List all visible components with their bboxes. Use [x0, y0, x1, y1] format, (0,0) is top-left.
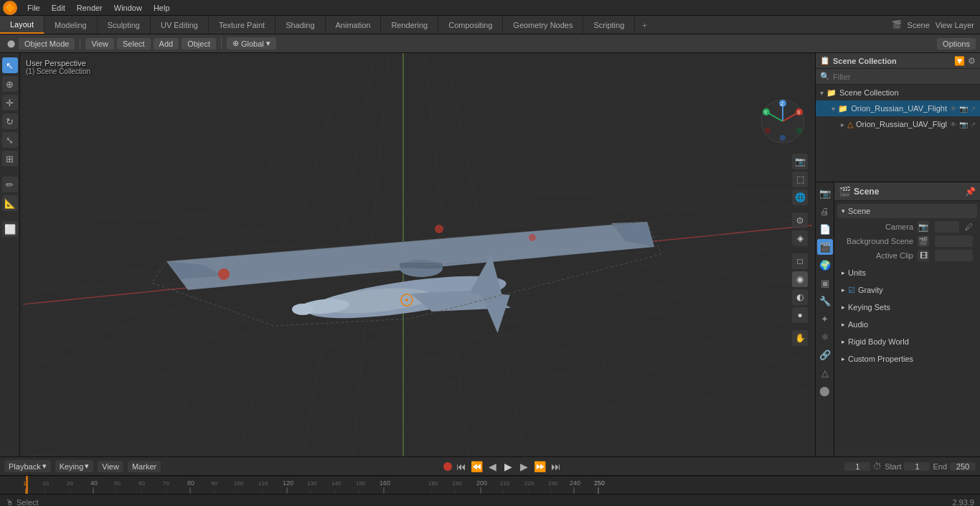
camera-view-button[interactable]: 📷: [792, 154, 808, 169]
tab-sculpting[interactable]: Sculpting: [98, 16, 151, 34]
add-cube-button[interactable]: ⬜: [2, 221, 18, 237]
outliner-filter-icon[interactable]: 🔽: [954, 56, 965, 66]
outliner-item-scene[interactable]: ▾ 📁 Scene Collection: [816, 85, 980, 100]
timeline-ruler[interactable]: 40 80 120 160 200 240 250 10 20: [0, 475, 980, 494]
world-props-button[interactable]: 🌍: [817, 257, 833, 273]
tab-geometry-nodes[interactable]: Geometry Nodes: [503, 16, 583, 34]
constraints-props-button[interactable]: 🔗: [817, 347, 833, 362]
mesh-select-icon[interactable]: ↗: [970, 121, 976, 128]
tab-scripting[interactable]: Scripting: [583, 16, 635, 34]
active-clip-value[interactable]: [935, 250, 973, 261]
menu-render[interactable]: Render: [71, 2, 108, 14]
object-props-button[interactable]: ▣: [817, 275, 833, 291]
output-props-button[interactable]: 🖨: [817, 203, 833, 219]
custom-props-header[interactable]: ▸ Custom Properties: [837, 352, 977, 366]
scene-pin-icon[interactable]: 📌: [965, 187, 976, 197]
viewport[interactable]: User Perspective (1) Scene Collection Z …: [20, 53, 815, 456]
scene-name-label[interactable]: Scene: [908, 21, 930, 29]
render-icon[interactable]: 📷: [959, 105, 968, 113]
units-section-header[interactable]: ▸ Units: [837, 266, 977, 280]
current-frame-input[interactable]: 1: [844, 462, 870, 471]
tab-shading[interactable]: Shading: [275, 16, 325, 34]
physics-props-button[interactable]: ⚛: [817, 329, 833, 345]
add-workspace-button[interactable]: +: [635, 18, 654, 32]
add-menu[interactable]: Add: [154, 38, 179, 50]
scene-props-button[interactable]: 🎬: [817, 239, 833, 255]
object-mode-selector[interactable]: Object Mode: [19, 38, 75, 50]
move-tool-button[interactable]: ✛: [2, 95, 18, 111]
tab-compositing[interactable]: Compositing: [438, 16, 503, 34]
outliner-search-input[interactable]: [833, 72, 976, 81]
prev-frame-button[interactable]: ◀: [486, 461, 499, 472]
measure-tool-button[interactable]: 📐: [2, 195, 18, 211]
perspective-ortho-toggle[interactable]: ⬚: [792, 172, 808, 187]
local-global-toggle[interactable]: 🌐: [792, 189, 808, 205]
end-frame-input[interactable]: 250: [950, 462, 976, 471]
mesh-visibility-icon[interactable]: 👁: [950, 121, 957, 128]
pan-view-button[interactable]: ✋: [792, 330, 808, 346]
prev-keyframe-button[interactable]: ⏪: [471, 461, 484, 472]
overlay-toggle[interactable]: ⊙: [792, 212, 808, 228]
visibility-icon[interactable]: 👁: [950, 105, 957, 113]
menu-help[interactable]: Help: [148, 2, 176, 14]
start-frame-input[interactable]: 1: [904, 462, 930, 471]
tab-modeling[interactable]: Modeling: [44, 16, 98, 34]
next-keyframe-button[interactable]: ⏩: [534, 461, 547, 472]
cursor-tool-button[interactable]: ⊕: [2, 76, 18, 92]
viewport-shading-solid[interactable]: ◉: [792, 271, 808, 287]
rotate-tool-button[interactable]: ↻: [2, 113, 18, 129]
outliner-item-uav-mesh[interactable]: ▸ △ Orion_Russian_UAV_Fligl 👁 📷 ↗: [816, 116, 980, 132]
marker-menu[interactable]: Marker: [128, 461, 161, 472]
tab-animation[interactable]: Animation: [326, 16, 382, 34]
record-button[interactable]: [443, 462, 452, 471]
view-menu-timeline[interactable]: View: [98, 461, 123, 472]
render-props-button[interactable]: 📷: [817, 185, 833, 201]
outliner-item-uav-flight[interactable]: ▾ 📁 Orion_Russian_UAV_Flight 👁 📷 ↗: [816, 100, 980, 116]
transform-global-selector[interactable]: ⊕ Global ▾: [227, 37, 276, 50]
viewport-shading-render[interactable]: ●: [792, 307, 808, 323]
scene-section-header[interactable]: ▾ Scene: [837, 204, 977, 218]
camera-eyedropper[interactable]: 🖊: [965, 222, 973, 231]
particles-props-button[interactable]: ✦: [817, 311, 833, 327]
jump-end-button[interactable]: ⏭: [550, 461, 562, 472]
annotate-tool-button[interactable]: ✏: [2, 177, 18, 192]
view-menu[interactable]: View: [85, 38, 114, 50]
gravity-section-header[interactable]: ▸ Gravity: [837, 283, 977, 297]
rigid-body-header[interactable]: ▸ Rigid Body World: [837, 334, 977, 349]
tab-texture-paint[interactable]: Texture Paint: [209, 16, 275, 34]
view-layer-label[interactable]: View Layer: [936, 21, 974, 29]
bg-scene-value[interactable]: [935, 235, 973, 247]
select-menu[interactable]: Select: [117, 38, 151, 50]
menu-window[interactable]: Window: [108, 2, 148, 14]
viewport-gizmo[interactable]: Z X Y: [758, 96, 808, 146]
scale-tool-button[interactable]: ⤡: [2, 132, 18, 148]
transform-tool-button[interactable]: ⊞: [2, 151, 18, 167]
mesh-render-icon[interactable]: 📷: [959, 121, 968, 128]
material-props-button[interactable]: ⬤: [817, 383, 833, 398]
gravity-checkbox[interactable]: [848, 286, 855, 295]
outliner-settings-icon[interactable]: ⚙: [968, 56, 976, 66]
jump-start-button[interactable]: ⏮: [455, 461, 468, 472]
next-frame-button[interactable]: ▶: [518, 461, 531, 472]
menu-file[interactable]: File: [22, 2, 46, 14]
object-menu[interactable]: Object: [182, 38, 216, 50]
viewport-shading-material[interactable]: ◐: [792, 289, 808, 305]
keying-sets-header[interactable]: ▸ Keying Sets: [837, 300, 977, 314]
audio-section-header[interactable]: ▸ Audio: [837, 317, 977, 332]
modifier-props-button[interactable]: 🔧: [817, 293, 833, 309]
data-props-button[interactable]: △: [817, 365, 833, 380]
camera-value[interactable]: [935, 221, 959, 233]
xray-toggle[interactable]: ◈: [792, 230, 808, 246]
select-icon-outliner[interactable]: ↗: [970, 105, 976, 113]
options-button[interactable]: Options: [937, 38, 976, 50]
view-layer-props-button[interactable]: 📄: [817, 221, 833, 237]
menu-edit[interactable]: Edit: [46, 2, 71, 14]
play-button[interactable]: ▶: [502, 461, 515, 472]
tab-layout[interactable]: Layout: [0, 16, 44, 34]
tab-uv-editing[interactable]: UV Editing: [151, 16, 209, 34]
viewport-shading-wire[interactable]: □: [792, 253, 808, 269]
playback-menu[interactable]: Playback ▾: [4, 460, 51, 472]
tab-rendering[interactable]: Rendering: [381, 16, 438, 34]
select-tool-button[interactable]: ↖: [2, 57, 18, 73]
keying-menu[interactable]: Keying ▾: [55, 460, 94, 472]
